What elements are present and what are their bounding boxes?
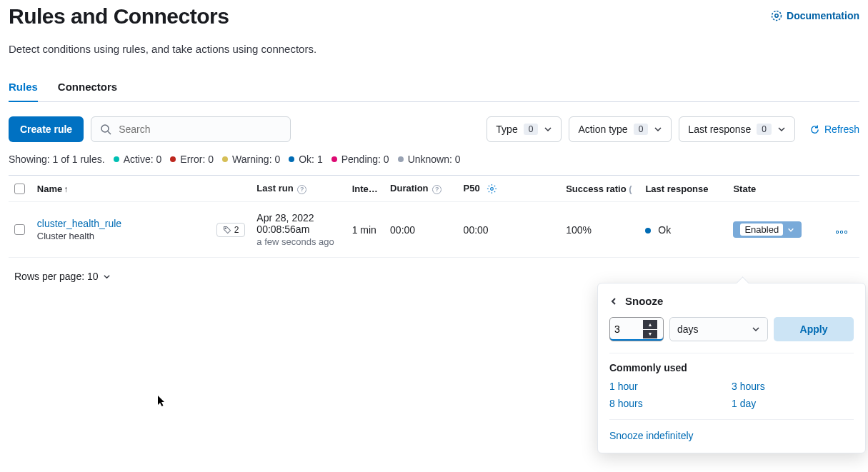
showing-text: Showing: 1 of 1 rules.	[9, 154, 105, 165]
refresh-label: Refresh	[824, 124, 859, 135]
svg-point-5	[225, 228, 226, 229]
svg-point-2	[101, 125, 109, 132]
svg-point-1	[775, 14, 778, 17]
documentation-label: Documentation	[787, 10, 859, 21]
refresh-icon	[809, 124, 820, 135]
lastrun-ago: a few seconds ago	[256, 236, 340, 247]
tag-count-value: 2	[234, 225, 239, 235]
status-dot-pending	[331, 156, 337, 162]
status-summary: Showing: 1 of 1 rules. Active: 0 Error: …	[9, 154, 859, 165]
search-input-wrap[interactable]	[91, 116, 291, 142]
status-pending[interactable]: Pending: 0	[341, 154, 389, 165]
cell-duration: 00:00	[384, 202, 458, 258]
filter-type-count: 0	[524, 124, 539, 135]
col-interval[interactable]: Inte…	[346, 176, 384, 202]
page-subtitle: Detect conditions using rules, and take …	[9, 43, 859, 55]
status-active[interactable]: Active: 0	[124, 154, 162, 165]
col-state[interactable]: State	[727, 176, 830, 202]
status-dot-unknown	[398, 156, 404, 162]
filter-action-count: 0	[634, 124, 649, 135]
create-rule-button[interactable]: Create rule	[9, 116, 84, 142]
row-actions-menu[interactable]	[836, 231, 847, 234]
chevron-down-icon	[777, 125, 786, 134]
table-row: cluster_health_rule Cluster health 2 Apr…	[9, 202, 859, 258]
status-warning[interactable]: Warning: 0	[232, 154, 280, 165]
gear-icon[interactable]	[487, 184, 497, 194]
status-dot-active	[114, 156, 119, 162]
search-input[interactable]	[117, 123, 281, 136]
svg-point-4	[491, 188, 494, 191]
col-lastresp[interactable]: Last response	[639, 176, 727, 202]
tab-bar: Rules Connectors	[9, 81, 859, 102]
filter-last-response[interactable]: Last response 0	[679, 116, 795, 142]
search-icon	[100, 124, 111, 135]
svg-line-3	[108, 131, 111, 134]
filter-action-label: Action type	[578, 124, 627, 135]
col-lastrun[interactable]: Last run ?	[251, 176, 346, 202]
refresh-button[interactable]: Refresh	[809, 124, 859, 135]
chevron-down-icon	[103, 273, 111, 281]
status-error[interactable]: Error: 0	[180, 154, 214, 165]
status-dot-warning	[222, 156, 228, 162]
cell-success: 100%	[560, 202, 639, 258]
select-all-checkbox[interactable]	[14, 184, 25, 194]
cell-lastresp: Ok	[658, 224, 671, 236]
cell-p50: 00:00	[458, 202, 561, 258]
rules-table: Name↑ Last run ? Inte… Duration ? P50 Su…	[9, 175, 859, 258]
chevron-down-icon	[787, 226, 794, 234]
rows-per-page-label: Rows per page: 10	[14, 271, 99, 282]
status-ok[interactable]: Ok: 1	[299, 154, 322, 165]
col-duration[interactable]: Duration ?	[384, 176, 458, 202]
status-dot-error	[170, 156, 176, 162]
page-title: Rules and Connectors	[9, 4, 229, 29]
col-p50[interactable]: P50	[458, 176, 561, 202]
tag-icon	[223, 226, 231, 234]
filter-response-count: 0	[757, 124, 772, 135]
filter-response-label: Last response	[688, 124, 751, 135]
status-unknown[interactable]: Unknown: 0	[408, 154, 461, 165]
col-success[interactable]: Success ratio (	[560, 176, 639, 202]
chevron-down-icon	[544, 125, 552, 134]
lastrun-date: Apr 28, 2022 00:08:56am	[256, 212, 340, 235]
status-dot-ok	[289, 156, 294, 162]
rows-per-page-select[interactable]: Rows per page: 10	[14, 271, 111, 282]
help-icon	[771, 10, 782, 21]
info-icon: ?	[432, 185, 442, 194]
filter-type[interactable]: Type 0	[487, 116, 562, 142]
chevron-down-icon	[654, 125, 662, 134]
tab-rules[interactable]: Rules	[9, 81, 38, 101]
rule-name-link[interactable]: cluster_health_rule	[37, 218, 121, 229]
info-icon: ?	[297, 185, 306, 194]
response-dot	[645, 228, 651, 234]
documentation-link[interactable]: Documentation	[771, 10, 859, 21]
state-value: Enabled	[740, 224, 783, 236]
filter-type-label: Type	[496, 124, 517, 135]
row-checkbox[interactable]	[14, 224, 25, 235]
svg-point-0	[772, 11, 782, 21]
rule-type-label: Cluster health	[37, 231, 121, 241]
state-dropdown[interactable]: Enabled	[733, 221, 802, 238]
sort-asc-icon: ↑	[64, 184, 68, 194]
tag-count-chip[interactable]: 2	[216, 223, 246, 237]
col-name[interactable]: Name↑	[31, 176, 251, 202]
cell-interval: 1 min	[346, 202, 384, 258]
filter-action-type[interactable]: Action type 0	[569, 116, 672, 142]
tab-connectors[interactable]: Connectors	[58, 81, 117, 101]
